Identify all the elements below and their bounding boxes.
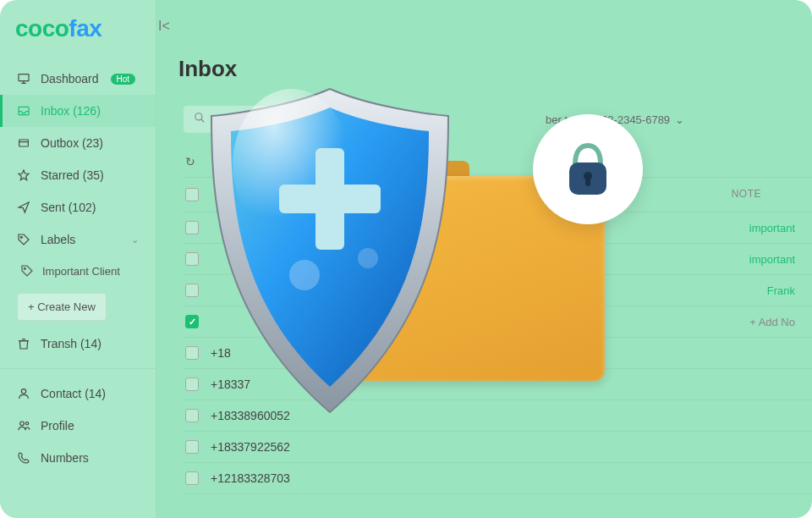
svg-marker-8: [19, 170, 29, 180]
table-body: importantimportantFrankAdd No+18+18337+1…: [184, 212, 812, 494]
row-checkbox[interactable]: [185, 377, 199, 391]
table-row[interactable]: +18337: [184, 369, 812, 400]
table-row[interactable]: +12183328703: [184, 463, 812, 494]
sidebar-item-label: Dashboard: [41, 72, 99, 85]
sidebar-subitem-label: Important Client: [42, 265, 120, 278]
primary-nav: Dashboard Hot Inbox (126) Outbox (23): [0, 58, 156, 479]
sidebar-item-sent[interactable]: Sent (102): [0, 191, 156, 223]
sidebar-item-label: Contact (14): [41, 387, 106, 400]
row-number: +18338960052: [211, 409, 290, 422]
outbox-icon: [17, 136, 30, 150]
tag-icon: [20, 264, 34, 278]
app-window: cocofax Dashboard Hot Inbox (126): [0, 0, 812, 518]
search-input[interactable]: [212, 113, 359, 126]
svg-point-15: [25, 422, 28, 425]
table-row[interactable]: +18: [184, 338, 812, 369]
svg-point-9: [20, 236, 22, 238]
send-icon: [17, 201, 30, 214]
svg-point-10: [24, 267, 25, 269]
inbox-icon: [17, 104, 30, 118]
search-box[interactable]: [184, 106, 370, 133]
main-content: I< Inbox ber to: +1 182-2345-6789 ⌄ ↻ NO…: [156, 0, 812, 518]
add-note-button[interactable]: Add No: [749, 316, 812, 328]
table-row[interactable]: +18337922562: [184, 432, 812, 463]
row-checkbox[interactable]: [185, 284, 199, 297]
sidebar-item-label: Profile: [41, 419, 74, 433]
sidebar-item-profile[interactable]: Profile: [0, 410, 156, 442]
row-note: important: [749, 222, 812, 234]
row-number: +18: [211, 346, 231, 360]
row-note: important: [749, 253, 812, 266]
hot-badge: Hot: [111, 74, 136, 85]
row-checkbox[interactable]: [185, 221, 199, 234]
page-title: Inbox: [178, 56, 812, 82]
row-checkbox[interactable]: [185, 252, 199, 266]
svg-rect-0: [19, 74, 29, 81]
sidebar-item-numbers[interactable]: Numbers: [0, 442, 156, 474]
row-checkbox[interactable]: [185, 346, 199, 360]
sidebar-item-contact[interactable]: Contact (14): [0, 377, 156, 410]
sidebar-item-label: Labels: [41, 233, 75, 246]
sidebar-item-label: Outbox (23): [41, 136, 103, 150]
brand-part1: coco: [15, 15, 69, 41]
brand-logo: cocofax: [0, 15, 156, 58]
svg-point-16: [195, 113, 202, 120]
create-new-button[interactable]: + Create New: [17, 293, 107, 321]
svg-rect-3: [19, 107, 29, 114]
sidebar-item-label: Inbox (126): [41, 104, 101, 118]
table-row[interactable]: +18338960052: [184, 400, 812, 432]
table-row[interactable]: Add No: [184, 306, 812, 338]
sidebar-item-dashboard[interactable]: Dashboard Hot: [0, 63, 156, 95]
sidebar: cocofax Dashboard Hot Inbox (126): [0, 0, 156, 518]
row-number: +18337: [211, 377, 250, 391]
phone-icon: [17, 451, 30, 465]
sidebar-item-starred[interactable]: Starred (35): [0, 159, 156, 191]
sidebar-item-label: Sent (102): [41, 201, 96, 214]
star-icon: [17, 168, 30, 182]
list-toolbar: ↻: [184, 146, 812, 178]
svg-line-17: [201, 119, 205, 123]
brand-part2: fax: [69, 15, 102, 41]
row-number: +12183328703: [211, 471, 290, 485]
svg-rect-6: [19, 140, 29, 146]
row-checkbox[interactable]: [185, 440, 199, 454]
nav-divider: [0, 368, 156, 369]
row-number: +18337922562: [211, 440, 290, 454]
svg-point-14: [20, 422, 25, 426]
trash-icon: [17, 337, 30, 350]
row-note: Frank: [767, 284, 812, 297]
table-row[interactable]: Frank: [184, 275, 812, 306]
sidebar-item-label: Starred (35): [41, 168, 104, 182]
fax-number-dropdown[interactable]: ber to: +1 182-2345-6789 ⌄: [546, 113, 684, 126]
collapse-sidebar-button[interactable]: I<: [158, 19, 170, 34]
row-checkbox[interactable]: [185, 315, 199, 328]
sidebar-subitem-important-client[interactable]: Important Client: [0, 256, 156, 286]
sidebar-item-trash[interactable]: Transh (14): [0, 328, 156, 360]
table-row[interactable]: important: [184, 244, 812, 275]
svg-point-13: [21, 389, 25, 394]
search-icon: [194, 112, 206, 127]
sidebar-item-outbox[interactable]: Outbox (23): [0, 127, 156, 159]
sidebar-item-labels[interactable]: Labels ⌄: [0, 223, 156, 256]
column-header-note: NOTE: [732, 188, 812, 201]
fax-number-label: ber to: +1 182-2345-6789: [546, 113, 670, 126]
sidebar-item-label: Transh (14): [41, 337, 102, 350]
tag-icon: [17, 233, 30, 246]
toolbar: ber to: +1 182-2345-6789 ⌄: [184, 106, 812, 133]
chevron-down-icon: ⌄: [131, 234, 139, 245]
profile-icon: [17, 419, 30, 433]
chevron-down-icon: ⌄: [675, 113, 684, 126]
sidebar-item-inbox[interactable]: Inbox (126): [0, 95, 156, 127]
sidebar-item-label: Numbers: [41, 451, 89, 465]
select-all-checkbox[interactable]: [185, 188, 199, 201]
table-header: NOTE: [184, 178, 812, 212]
monitor-icon: [17, 72, 30, 85]
refresh-icon[interactable]: ↻: [185, 155, 195, 168]
row-checkbox[interactable]: [185, 471, 199, 485]
row-checkbox[interactable]: [185, 409, 199, 422]
table-row[interactable]: important: [184, 212, 812, 244]
user-icon: [17, 387, 30, 400]
